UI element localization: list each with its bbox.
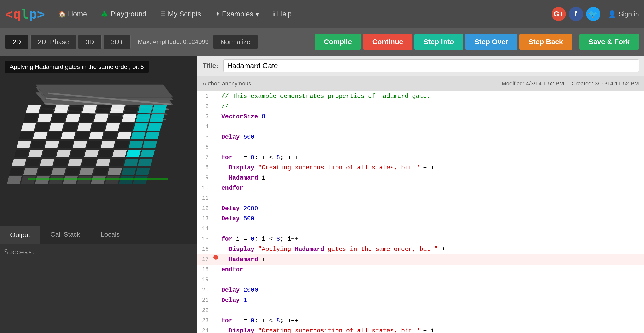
code-line-22: 22 (197, 305, 644, 316)
code-line-2: 2// (197, 101, 644, 112)
stepover-button[interactable]: Step Over (465, 34, 517, 50)
svg-rect-80 (79, 168, 94, 175)
line-number-19: 19 (197, 275, 213, 285)
stepback-button[interactable]: Step Back (519, 34, 572, 50)
svg-rect-42 (117, 132, 132, 139)
svg-rect-27 (49, 123, 64, 131)
svg-rect-63 (126, 150, 141, 157)
signin-label: Sign in (619, 10, 639, 18)
view-2dphase-button[interactable]: 2D+Phase (30, 35, 76, 49)
stepinto-button[interactable]: Step Into (414, 34, 463, 50)
code-editor[interactable]: 1// This example demonstrates properties… (197, 91, 644, 333)
line-number-2: 2 (197, 102, 213, 111)
right-panel: Title: Author: anonymous Modified: 4/3/1… (197, 56, 644, 333)
meta-created: Created: 3/10/14 11:52 PM (572, 80, 639, 87)
amplitude-label: Max. Amplitude: 0.124999 (138, 38, 209, 45)
code-content-18: endfor (219, 265, 644, 274)
tab-callstack[interactable]: Call Stack (40, 226, 90, 244)
logo: <qlp> (5, 6, 45, 22)
svg-rect-34 (147, 123, 162, 131)
playground-icon: 🌲 (101, 10, 108, 18)
title-label: Title: (203, 62, 218, 70)
code-content-2: // (219, 102, 644, 111)
svg-rect-19 (80, 114, 95, 122)
code-line-19: 19 (197, 275, 644, 285)
code-line-15: 15for i = 0; i < 8; i++ (197, 234, 644, 244)
svg-rect-8 (68, 105, 83, 113)
svg-rect-17 (52, 114, 66, 122)
facebook-button[interactable]: f (569, 7, 583, 21)
svg-rect-41 (103, 132, 118, 139)
line-number-14: 14 (197, 224, 213, 234)
svg-rect-69 (68, 159, 83, 166)
code-line-9: 9 Hadamard i (197, 173, 644, 183)
code-content-20: Delay 2000 (219, 286, 644, 295)
line-number-4: 4 (197, 122, 213, 132)
continue-button[interactable]: Continue (363, 34, 412, 50)
nav-examples[interactable]: ✦ Examples ▾ (209, 8, 265, 20)
svg-rect-43 (131, 132, 146, 139)
svg-rect-29 (77, 123, 92, 131)
nav-playground-label: Playground (110, 10, 146, 18)
svg-rect-78 (51, 168, 66, 175)
line-number-21: 21 (197, 296, 213, 305)
svg-rect-18 (66, 114, 81, 122)
code-content-12: Delay 2000 (219, 204, 644, 213)
code-line-7: 7for i = 0; i < 8; i++ (197, 152, 644, 163)
code-line-24: 24 Display "Creating superposition of al… (197, 326, 644, 333)
code-content-21: Delay 1 (219, 296, 644, 305)
svg-rect-50 (86, 141, 101, 148)
title-bar: Title: (197, 56, 644, 76)
code-line-14: 14 (197, 224, 644, 234)
nav-help[interactable]: ℹ Help (267, 8, 298, 20)
svg-rect-92 (105, 176, 120, 184)
svg-rect-11 (110, 105, 125, 113)
line-number-15: 15 (197, 235, 213, 244)
line-number-16: 16 (197, 245, 213, 254)
svg-rect-32 (119, 123, 134, 131)
title-input[interactable] (223, 59, 639, 72)
code-content-17: Hadamard i (219, 255, 644, 264)
svg-rect-10 (96, 105, 111, 113)
line-number-24: 24 (197, 326, 213, 333)
nav-examples-label: Examples (222, 10, 253, 18)
code-line-6: 6 (197, 142, 644, 152)
code-line-16: 16 Display "Applying Hadamard gates in t… (197, 244, 644, 254)
breakpoint-dot (213, 255, 218, 260)
view-3dplus-button[interactable]: 3D+ (104, 35, 131, 49)
twitter-button[interactable]: 🐦 (586, 7, 600, 21)
compile-button[interactable]: Compile (315, 34, 361, 50)
tab-locals[interactable]: Locals (90, 226, 130, 244)
signin-area[interactable]: 👤 Sign in (608, 10, 639, 18)
svg-rect-77 (37, 168, 52, 175)
view-2d-button[interactable]: 2D (5, 35, 28, 49)
meta-author: Author: anonymous (203, 80, 251, 87)
code-line-17: 17 Hadamard i (197, 254, 644, 265)
view-3d-button[interactable]: 3D (78, 35, 101, 49)
svg-rect-39 (75, 132, 90, 139)
examples-icon: ✦ (215, 10, 220, 18)
line-number-10: 10 (197, 184, 213, 193)
output-text: Success. (4, 248, 36, 256)
svg-rect-33 (133, 123, 148, 131)
tab-output[interactable]: Output (0, 226, 40, 244)
svg-rect-47 (44, 141, 59, 148)
breakpoint-marker-17[interactable] (213, 255, 219, 260)
line-number-5: 5 (197, 133, 213, 142)
code-line-4: 4 (197, 122, 644, 132)
nav-social: G+ f 🐦 (552, 7, 600, 21)
line-number-20: 20 (197, 286, 213, 295)
svg-rect-44 (145, 132, 160, 139)
svg-rect-58 (56, 150, 71, 157)
nav-myscripts[interactable]: ☰ My Scripts (155, 8, 207, 20)
nav-home[interactable]: 🏠 Home (53, 8, 93, 20)
google-plus-button[interactable]: G+ (552, 7, 566, 21)
svg-rect-12 (124, 105, 139, 113)
code-line-10: 10endfor (197, 183, 644, 193)
svg-rect-84 (135, 168, 150, 175)
normalize-button[interactable]: Normalize (213, 35, 258, 49)
svg-rect-72 (110, 159, 125, 166)
nav-playground[interactable]: 🌲 Playground (95, 8, 152, 20)
code-content-9: Hadamard i (219, 173, 644, 183)
savefork-button[interactable]: Save & Fork (579, 34, 639, 50)
